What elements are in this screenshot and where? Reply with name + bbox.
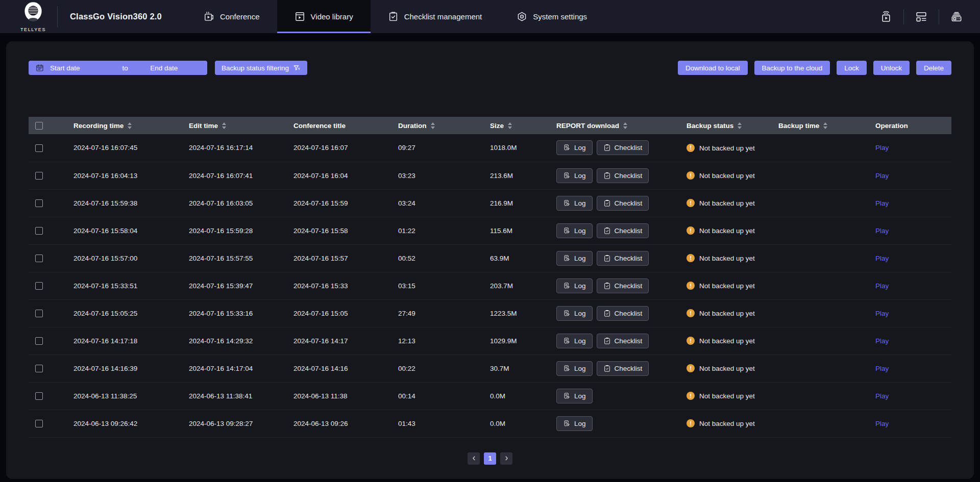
tab-conference[interactable]: Conference <box>186 0 277 33</box>
log-download-button[interactable]: Log <box>556 306 593 321</box>
play-link[interactable]: Play <box>875 365 889 372</box>
cell-conference-title: 2024-07-16 15:59 <box>281 189 386 217</box>
select-all-checkbox[interactable] <box>35 122 43 130</box>
layout-icon[interactable] <box>915 11 927 23</box>
log-download-button[interactable]: Log <box>556 278 593 293</box>
column-header-backup-time[interactable]: Backup time <box>766 117 863 134</box>
play-link[interactable]: Play <box>875 172 889 180</box>
play-link[interactable]: Play <box>875 420 889 427</box>
play-link[interactable]: Play <box>875 282 889 290</box>
log-download-button[interactable]: Log <box>556 416 593 431</box>
cell-duration: 00:14 <box>386 382 478 410</box>
cell-duration: 01:22 <box>386 217 478 244</box>
play-link[interactable]: Play <box>875 392 889 400</box>
checklist-icon <box>603 144 611 151</box>
row-checkbox[interactable] <box>35 227 43 235</box>
checklist-download-button[interactable]: Checklist <box>597 278 649 293</box>
checklist-download-button[interactable]: Checklist <box>597 140 649 155</box>
cell-conference-title: 2024-07-16 15:57 <box>281 244 386 272</box>
log-download-button[interactable]: Log <box>556 140 593 155</box>
unlock-button[interactable]: Unlock <box>873 61 910 75</box>
cell-backup-time <box>766 134 863 162</box>
warning-icon <box>687 364 695 372</box>
row-checkbox[interactable] <box>35 255 43 262</box>
play-link[interactable]: Play <box>875 144 889 151</box>
play-link[interactable]: Play <box>875 337 889 345</box>
column-header-report-download[interactable]: REPORT download <box>544 117 674 134</box>
checklist-download-button[interactable]: Checklist <box>597 223 649 238</box>
start-date-field[interactable]: Start date <box>50 64 122 72</box>
tab-checklist-management[interactable]: Checklist management <box>371 0 500 33</box>
tab-video-library[interactable]: Video library <box>277 0 371 33</box>
sort-icon[interactable] <box>738 122 742 129</box>
checklist-download-button[interactable]: Checklist <box>597 168 649 183</box>
table-row: 2024-07-16 15:57:002024-07-16 15:57:5520… <box>29 244 951 272</box>
prev-page-button[interactable] <box>468 452 480 465</box>
column-header-backup-status[interactable]: Backup status <box>674 117 766 134</box>
next-page-button[interactable] <box>500 452 512 465</box>
log-download-button[interactable]: Log <box>556 168 593 183</box>
cell-conference-title: 2024-06-13 09:26 <box>281 410 386 437</box>
play-link[interactable]: Play <box>875 199 889 207</box>
log-download-button[interactable]: Log <box>556 196 593 211</box>
row-checkbox[interactable] <box>35 144 43 152</box>
download-to-local-button[interactable]: Download to local <box>678 61 748 75</box>
row-checkbox[interactable] <box>35 365 43 372</box>
delete-button[interactable]: Delete <box>916 61 951 75</box>
page-1-button[interactable]: 1 <box>484 452 496 465</box>
play-link[interactable]: Play <box>875 227 889 235</box>
sort-icon[interactable] <box>128 122 132 129</box>
checklist-download-button[interactable]: Checklist <box>597 251 649 266</box>
backup-status-text: Not backed up yet <box>699 144 755 151</box>
log-icon <box>563 282 571 290</box>
cell-operation: Play <box>863 354 951 382</box>
recorder-device-icon[interactable] <box>950 11 963 23</box>
log-download-button[interactable]: Log <box>556 389 593 403</box>
checklist-download-button[interactable]: Checklist <box>597 361 649 376</box>
cell-report-download: LogChecklist <box>544 272 674 299</box>
date-range-picker[interactable]: Start date to End date <box>29 61 207 75</box>
row-checkbox[interactable] <box>35 310 43 317</box>
cell-size: 1223.5M <box>478 299 544 327</box>
cell-recording-time: 2024-07-16 15:33:51 <box>61 272 177 299</box>
cell-backup-status: Not backed up yet <box>674 244 766 272</box>
sort-icon[interactable] <box>623 122 627 129</box>
backup-status-filter-button[interactable]: Backup status filtering <box>215 61 307 75</box>
sort-icon[interactable] <box>222 122 226 129</box>
tab-system-settings[interactable]: System settings <box>499 0 604 33</box>
column-header-size[interactable]: Size <box>478 117 544 134</box>
icon-divider <box>939 9 939 24</box>
lock-button[interactable]: Lock <box>837 61 867 75</box>
backup-to-the-cloud-button[interactable]: Backup to the cloud <box>754 61 830 75</box>
live-cast-icon[interactable] <box>880 11 892 23</box>
checklist-download-button[interactable]: Checklist <box>597 196 649 211</box>
sort-icon[interactable] <box>508 122 512 129</box>
cell-edit-time: 2024-06-13 11:38:41 <box>177 382 281 410</box>
checklist-download-button[interactable]: Checklist <box>597 306 649 321</box>
play-link[interactable]: Play <box>875 310 889 317</box>
cell-select <box>29 189 61 217</box>
sort-icon[interactable] <box>431 122 435 129</box>
cell-backup-status: Not backed up yet <box>674 382 766 410</box>
row-checkbox[interactable] <box>35 172 43 180</box>
column-header-duration[interactable]: Duration <box>386 117 478 134</box>
play-link[interactable]: Play <box>875 255 889 262</box>
checklist-download-button[interactable]: Checklist <box>597 334 649 348</box>
log-download-button[interactable]: Log <box>556 334 593 348</box>
column-header-edit-time[interactable]: Edit time <box>177 117 281 134</box>
sort-icon[interactable] <box>823 122 827 129</box>
cell-conference-title: 2024-07-16 15:58 <box>281 217 386 244</box>
end-date-field[interactable]: End date <box>128 64 200 72</box>
row-checkbox[interactable] <box>35 337 43 345</box>
row-checkbox[interactable] <box>35 392 43 400</box>
column-header-recording-time[interactable]: Recording time <box>61 117 177 134</box>
log-download-button[interactable]: Log <box>556 361 593 376</box>
row-checkbox[interactable] <box>35 420 43 427</box>
cell-duration: 09:27 <box>386 134 478 162</box>
row-checkbox[interactable] <box>35 199 43 207</box>
log-download-button[interactable]: Log <box>556 251 593 266</box>
log-download-button[interactable]: Log <box>556 223 593 238</box>
table-header-row: Recording timeEdit timeConference titleD… <box>29 117 951 134</box>
cell-duration: 03:23 <box>386 162 478 189</box>
row-checkbox[interactable] <box>35 282 43 290</box>
